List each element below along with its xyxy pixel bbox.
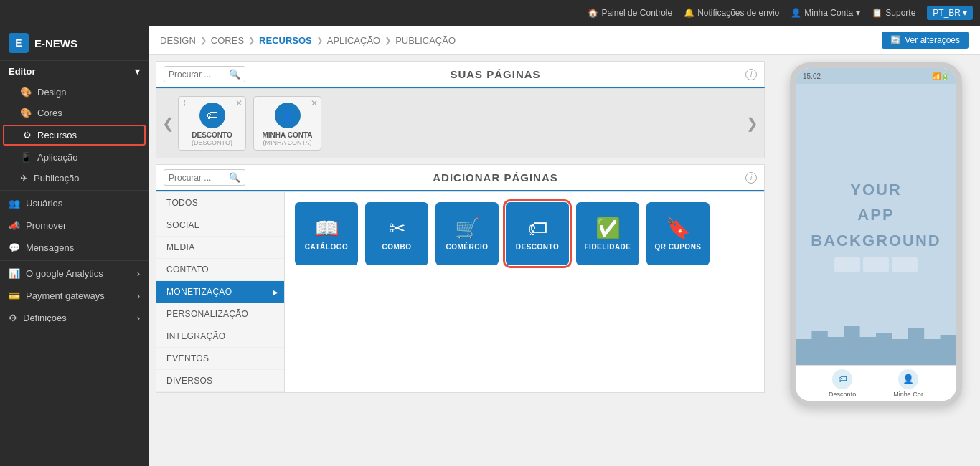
app-logo: E E-NEWS bbox=[0, 26, 149, 61]
chevron-down-icon: ▾ bbox=[963, 8, 967, 18]
sidebar-item-publicacao[interactable]: ✈ Publicação bbox=[0, 168, 149, 189]
cat-personalizacao[interactable]: PERSONALIZAÇÃO bbox=[156, 303, 284, 325]
sidebar-item-usuarios[interactable]: 👥 Usuários bbox=[0, 192, 149, 214]
support-icon: 📋 bbox=[872, 8, 882, 18]
editor-group[interactable]: Editor ▾ bbox=[0, 61, 149, 82]
sidebar: E E-NEWS Editor ▾ 🎨 Design 🎨 Cores ⚙ Rec… bbox=[0, 26, 149, 466]
mobile-icon: 📱 bbox=[20, 152, 32, 163]
cat-diversos[interactable]: DIVERSOS bbox=[156, 370, 284, 392]
drag-handle-icon: ⊹ bbox=[182, 98, 188, 108]
suas-paginas-title: SUAS PÁGINAS bbox=[253, 68, 738, 80]
scissors-icon: ✂ bbox=[389, 217, 405, 240]
suporte-link[interactable]: 📋 Suporte bbox=[872, 8, 915, 18]
users-icon: 👥 bbox=[9, 198, 20, 209]
sidebar-item-mensagens[interactable]: 💬 Mensagens bbox=[0, 237, 149, 259]
phone-nav-minha-conta: 👤 Minha Cor bbox=[893, 369, 923, 398]
notificacoes-link[interactable]: 🔔 Notificações de envio bbox=[684, 8, 779, 18]
cat-contato[interactable]: CONTATO bbox=[156, 259, 284, 281]
pages-prev-button[interactable]: ❮ bbox=[162, 115, 174, 132]
settings-icon: ⚙ bbox=[9, 313, 17, 323]
tile-comercio[interactable]: 🛒 COMÉRCIO bbox=[435, 202, 499, 265]
remove-desconto-button[interactable]: ✕ bbox=[235, 98, 242, 108]
sidebar-item-aplicacao[interactable]: 📱 Aplicação bbox=[0, 147, 149, 168]
language-button[interactable]: PT_BR ▾ bbox=[927, 6, 973, 20]
chevron-down-icon: ▾ bbox=[856, 8, 860, 18]
phone-bg-text: YOURAPPBACKGROUND bbox=[811, 177, 941, 253]
breadcrumb-design[interactable]: DESIGN bbox=[160, 35, 196, 46]
palette-icon: 🎨 bbox=[20, 108, 32, 118]
cat-integracao[interactable]: INTEGRAÇÃO bbox=[156, 325, 284, 348]
breadcrumb-recursos[interactable]: RECURSOS bbox=[259, 35, 312, 46]
sidebar-item-google-analytics[interactable]: 📊 O google Analytics › bbox=[0, 262, 149, 285]
phone-body: YOURAPPBACKGROUND bbox=[796, 84, 956, 365]
minha-conta-card-icon: 👤 bbox=[275, 103, 301, 128]
suas-paginas-section: 🔍 SUAS PÁGINAS i ❮ ⊹ ✕ 🏷 DESCONTO bbox=[156, 61, 765, 158]
categories-panel: TODOS SOCIAL MEDIA CONTATO MONETIZAÇÃO P… bbox=[156, 191, 285, 393]
tile-qr-cupons[interactable]: 🔖 QR CUPONS bbox=[646, 202, 710, 265]
refresh-icon: 🔄 bbox=[890, 35, 901, 45]
tile-combo[interactable]: ✂ COMBO bbox=[365, 202, 428, 265]
phone-bg-blocks bbox=[834, 257, 918, 272]
phone-preview: 15:02 📶🔋 YOURAPPBACKGROUND bbox=[772, 55, 980, 466]
phone-statusbar: 15:02 📶🔋 bbox=[796, 68, 956, 84]
adicionar-paginas-section: 🔍 ADICIONAR PÁGINAS i TODOS SOCIAL MEDIA… bbox=[156, 164, 765, 393]
suas-paginas-info-icon[interactable]: i bbox=[745, 69, 757, 80]
desconto-card-label: DESCONTO bbox=[192, 131, 232, 139]
painel-controle-link[interactable]: 🏠 Painel de Controle bbox=[588, 8, 672, 18]
cart-icon: 🛒 bbox=[455, 217, 480, 240]
chevron-right-icon: › bbox=[137, 268, 140, 279]
phone-nav-desconto: 🏷 Desconto bbox=[829, 369, 856, 398]
bell-icon: 🔔 bbox=[684, 8, 694, 18]
minha-conta-card-label: MINHA CONTA bbox=[263, 131, 313, 139]
page-card-minha-conta[interactable]: ⊹ ✕ 👤 MINHA CONTA (MINHA CONTA) bbox=[253, 96, 321, 151]
design-icon: 🎨 bbox=[20, 87, 32, 98]
adicionar-paginas-title: ADICIONAR PÁGINAS bbox=[253, 171, 738, 184]
message-icon: 💬 bbox=[9, 242, 20, 253]
sidebar-item-recursos[interactable]: ⚙ Recursos bbox=[3, 125, 146, 146]
phone-signal-icons: 📶🔋 bbox=[932, 72, 949, 80]
breadcrumb-cores[interactable]: CORES bbox=[211, 35, 244, 46]
cat-social[interactable]: SOCIAL bbox=[156, 214, 284, 237]
dashboard-icon: 🏠 bbox=[588, 8, 598, 18]
breadcrumb-publicacao[interactable]: PUBLICAÇÃO bbox=[395, 35, 456, 46]
sidebar-item-cores[interactable]: 🎨 Cores bbox=[0, 103, 149, 123]
minha-conta-link[interactable]: 👤 Minha Conta ▾ bbox=[791, 8, 860, 18]
search-input[interactable] bbox=[169, 70, 226, 80]
search-icon: 🔍 bbox=[229, 69, 240, 80]
pages-next-button[interactable]: ❯ bbox=[746, 115, 758, 132]
sidebar-item-definicoes[interactable]: ⚙ Definições › bbox=[0, 307, 149, 329]
sidebar-item-promover[interactable]: 📣 Promover bbox=[0, 214, 149, 237]
cat-todos[interactable]: TODOS bbox=[156, 192, 284, 214]
page-card-desconto[interactable]: ⊹ ✕ 🏷 DESCONTO (DESCONTO) bbox=[178, 96, 246, 151]
chevron-right-icon: › bbox=[137, 290, 140, 301]
adicionar-paginas-info-icon[interactable]: i bbox=[745, 172, 757, 184]
chevron-right-icon: › bbox=[137, 313, 140, 323]
sidebar-item-payment-gateways[interactable]: 💳 Payment gateways › bbox=[0, 285, 149, 307]
tile-desconto[interactable]: 🏷 DESCONTO bbox=[506, 202, 569, 265]
ver-alteracoes-button[interactable]: 🔄 Ver alterações bbox=[882, 32, 969, 49]
remove-minha-conta-button[interactable]: ✕ bbox=[311, 98, 318, 108]
sidebar-item-design[interactable]: 🎨 Design bbox=[0, 82, 149, 103]
tile-fidelidade[interactable]: ✅ FIDELIDADE bbox=[576, 202, 639, 265]
adicionar-paginas-search[interactable]: 🔍 bbox=[164, 169, 245, 186]
main-layout: E E-NEWS Editor ▾ 🎨 Design 🎨 Cores ⚙ Rec… bbox=[0, 26, 980, 466]
page-tiles-panel: 📖 CATÁLOGO ✂ COMBO 🛒 COMÉRCI bbox=[285, 191, 765, 393]
cat-media[interactable]: MEDIA bbox=[156, 237, 284, 259]
logo-icon: E bbox=[9, 33, 29, 53]
cat-eventos[interactable]: EVENTOS bbox=[156, 348, 284, 370]
breadcrumb-aplicacao[interactable]: APLICAÇÃO bbox=[327, 35, 380, 46]
breadcrumb: DESIGN ❯ CORES ❯ RECURSOS ❯ APLICAÇÃO ❯ … bbox=[160, 35, 882, 46]
megaphone-icon: 📣 bbox=[9, 220, 20, 231]
topbar: 🏠 Painel de Controle 🔔 Notificações de e… bbox=[0, 0, 980, 26]
qr-icon: 🔖 bbox=[666, 217, 691, 240]
tile-catalogo[interactable]: 📖 CATÁLOGO bbox=[295, 202, 358, 265]
desconto-bottom-icon: 🏷 bbox=[832, 369, 852, 389]
add-pages-search-input[interactable] bbox=[169, 173, 226, 183]
checkbadge-icon: ✅ bbox=[595, 217, 621, 240]
tag-icon: 🏷 bbox=[527, 217, 547, 240]
suas-paginas-search[interactable]: 🔍 bbox=[164, 66, 245, 82]
search-icon: 🔍 bbox=[229, 172, 240, 183]
cat-monetizacao[interactable]: MONETIZAÇÃO bbox=[156, 281, 284, 303]
minha-conta-bottom-icon: 👤 bbox=[898, 369, 918, 389]
desconto-card-icon: 🏷 bbox=[199, 103, 225, 128]
